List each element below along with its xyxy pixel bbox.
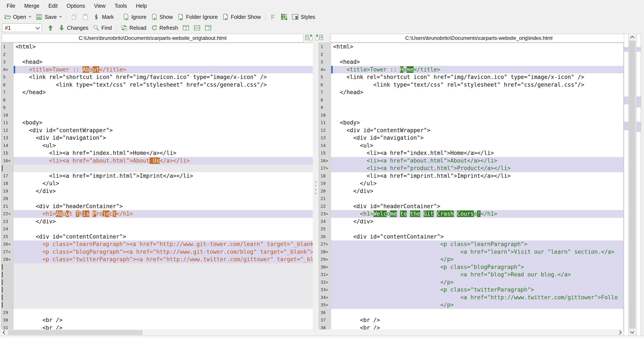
copy-button[interactable] (69, 12, 80, 21)
code-text[interactable]: <p class="learnParagraph"> (331, 240, 623, 248)
code-text[interactable]: <div id="navigation"> (331, 134, 623, 142)
vertical-scrollbar[interactable] (629, 34, 636, 336)
code-text[interactable]: <p class="twitterParagraph"><a href="htt… (14, 256, 313, 263)
menu-tools[interactable]: Tools (110, 0, 131, 12)
code-line[interactable]: 7 </head> (2, 88, 313, 96)
code-text[interactable]: </ul> (14, 180, 313, 188)
code-line[interactable]: 8 (319, 96, 623, 104)
code-text[interactable] (331, 112, 623, 119)
code-text[interactable]: <div id="contentContainer"> (14, 233, 313, 241)
code-text[interactable]: <li><a href="index.html">Home</a></li> (331, 149, 623, 157)
code-text[interactable]: </div> (331, 218, 623, 226)
code-text[interactable]: <html> (14, 43, 313, 51)
left-file-path[interactable]: C:\Users\brunobrito\Documents\carparts-w… (2, 34, 304, 42)
code-text[interactable]: <link type="text/css" rel="stylesheet" h… (14, 81, 313, 89)
arrow-down-button[interactable]: Changes (56, 24, 90, 32)
code-line[interactable]: 14 <ul> (319, 142, 623, 150)
code-line[interactable]: 23 </div> (2, 218, 313, 226)
diff-number-selector[interactable]: #1 (2, 24, 42, 32)
code-text[interactable]: </p> (331, 301, 623, 309)
code-text[interactable]: <p class="blogParagraph"><a href="http:/… (14, 248, 313, 256)
code-text[interactable]: <li><a href="index.html">Home</a></li> (14, 149, 313, 157)
code-line[interactable]: 26 <div id="contentContainer"> (319, 233, 623, 241)
code-line[interactable]: 11 <body> (2, 119, 313, 127)
code-line[interactable]: 12 <div id="contentWrapper"> (2, 127, 313, 134)
code-text[interactable]: </div> (331, 188, 623, 195)
ignore-button[interactable]: xIgnore (120, 12, 149, 21)
code-text[interactable] (14, 104, 313, 112)
code-text[interactable]: <ul> (331, 142, 623, 150)
code-text[interactable] (14, 51, 313, 58)
code-line[interactable]: 22< <h1>About This Project</h1> (2, 210, 313, 218)
scroll-up-button[interactable] (629, 34, 636, 41)
code-text[interactable]: <div id="contentContainer"> (331, 233, 623, 241)
code-text[interactable]: <li><a href="about.html">About Us</a></l… (14, 157, 313, 165)
code-line[interactable]: 31 <br /> (2, 324, 313, 330)
left-hscroll-thumb[interactable] (8, 330, 142, 335)
code-line[interactable]: 3 <head> (319, 58, 623, 66)
code-text[interactable] (331, 104, 623, 112)
code-line[interactable]: 15 <li><a href="index.html">Home</a></li… (2, 149, 313, 157)
pane-splitter[interactable] (313, 43, 319, 330)
menu-options[interactable]: Options (62, 0, 90, 12)
code-line[interactable]: 25 <div id="contentContainer"> (2, 233, 313, 241)
font-button[interactable]: F (268, 12, 278, 21)
refresh-button[interactable]: Refresh (148, 24, 180, 32)
code-line[interactable]: 4< <title>Tower :: About</title> (2, 66, 313, 74)
code-line[interactable]: 8 (2, 96, 313, 104)
layout-single-button[interactable] (202, 24, 214, 32)
code-line[interactable]: 36 (319, 309, 623, 316)
code-text[interactable]: <title>Tower :: Home</title> (331, 66, 623, 74)
code-text[interactable]: <div id="headerContainer"> (331, 202, 623, 210)
code-text[interactable]: <h1>About This Project</h1> (14, 210, 313, 218)
menu-file[interactable]: File (2, 0, 20, 12)
code-line[interactable]: 27< <p class="blogParagraph"><a href="ht… (2, 248, 313, 256)
code-line[interactable]: 9 (319, 104, 623, 112)
code-line[interactable]: 19 </ul> (319, 180, 623, 188)
code-text[interactable] (331, 51, 623, 58)
code-line[interactable]: 7 </head> (319, 88, 623, 96)
code-text[interactable]: <div id="navigation"> (14, 134, 313, 142)
arrow-up-button[interactable] (45, 24, 56, 32)
code-text[interactable] (14, 225, 313, 233)
right-file-path[interactable]: C:\Users\brunobrito\Documents\carparts-w… (330, 34, 627, 42)
code-line[interactable]: 21 (319, 195, 623, 202)
code-text[interactable]: <link rel="shortcut icon" href="img/favi… (14, 74, 313, 81)
code-line[interactable]: 5 <link rel="shortcut icon" href="img/fa… (319, 74, 623, 81)
code-line[interactable]: 19 </div> (2, 188, 313, 195)
code-text[interactable]: <li><a href="imprint.html">Imprint</a></… (331, 172, 623, 180)
menu-view[interactable]: View (90, 0, 110, 12)
code-line[interactable]: 32> </p> (319, 278, 623, 286)
code-line[interactable]: 16> <li><a href="about.html">About</a></… (319, 157, 623, 165)
code-text[interactable]: <link type="text/css" rel="stylesheet" h… (331, 81, 623, 89)
code-text[interactable]: <a href="learn">Visit our "learn" sectio… (331, 248, 623, 256)
code-text[interactable]: <li><a href="product.html">Product</a></… (331, 164, 623, 172)
code-line[interactable]: 20 </div> (319, 188, 623, 195)
code-line[interactable]: 25 (319, 225, 623, 233)
menu-help[interactable]: Help (132, 0, 152, 12)
code-text[interactable] (14, 96, 313, 104)
code-line[interactable]: 11 <body> (319, 119, 623, 127)
code-line[interactable]: 18 <li><a href="imprint.html">Imprint</a… (319, 172, 623, 180)
code-line[interactable]: 15 <li><a href="index.html">Home</a></li… (319, 149, 623, 157)
code-text[interactable] (331, 309, 623, 316)
code-text[interactable]: <p class="learnParagraph"><a href="http:… (14, 240, 313, 248)
code-line[interactable]: 6 <link type="text/css" rel="stylesheet"… (319, 81, 623, 89)
code-text[interactable]: <br /> (331, 316, 623, 324)
location-bar-left-file[interactable] (624, 34, 628, 336)
code-line[interactable]: 22 <div id="headerContainer"> (319, 202, 623, 210)
folder-ignore-button[interactable]: xFolder Ignore (175, 12, 220, 21)
right-horizontal-scrollbar[interactable] (319, 330, 623, 336)
code-line[interactable]: 12 <div id="contentWrapper"> (319, 127, 623, 134)
code-line[interactable]: 5 <link rel="shortcut icon" href="img/fa… (2, 74, 313, 81)
code-line[interactable]: 27> <p class="learnParagraph"> (319, 240, 623, 248)
location-bar-right-file[interactable] (636, 34, 641, 336)
code-line[interactable]: 20 (2, 195, 313, 202)
open-folder-button[interactable]: Open (2, 12, 34, 21)
code-line[interactable]: 34> <a href="http://www.twitter.com/gitt… (319, 294, 623, 302)
code-line[interactable]: 9 (2, 104, 313, 112)
code-text[interactable]: <body> (14, 119, 313, 127)
code-text[interactable]: <p class="twitterParagraph"> (331, 286, 623, 294)
code-line[interactable]: 6 <link type="text/css" rel="stylesheet"… (2, 81, 313, 89)
code-line[interactable]: 38 <br /> (319, 324, 623, 330)
